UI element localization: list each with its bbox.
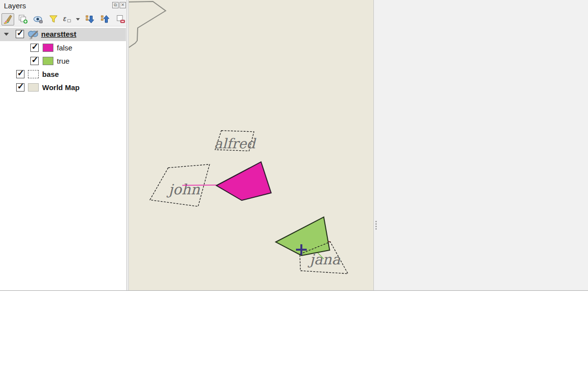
- expand-all-icon: [85, 14, 95, 24]
- remove-layer-button[interactable]: [114, 13, 127, 25]
- svg-text:ε: ε: [63, 15, 67, 23]
- splitter-handle-dots: [375, 221, 377, 231]
- layer-checkbox-nearsttest[interactable]: [16, 30, 24, 38]
- category-swatch-false: [43, 44, 53, 52]
- category-checkbox-false[interactable]: [30, 44, 39, 52]
- map-features: alfred john jana: [129, 0, 373, 290]
- undock-icon[interactable]: ⧉: [112, 2, 119, 8]
- toolbar-separator: [0, 26, 126, 26]
- feature-label-jana: jana: [307, 251, 341, 268]
- window-bottom-border: [0, 290, 588, 291]
- collapse-all-button[interactable]: [99, 13, 112, 25]
- category-row-true[interactable]: true: [0, 55, 126, 68]
- feature-polygon-false: [217, 162, 271, 201]
- nearest-connector-line-magenta: [182, 185, 217, 186]
- add-group-icon: [18, 14, 28, 24]
- filter-legend-button[interactable]: [47, 13, 60, 25]
- styling-brush-icon: [3, 14, 13, 24]
- layer-label-nearsttest[interactable]: nearsttest: [41, 30, 76, 38]
- layers-panel-title: Layers: [4, 1, 26, 10]
- layer-checkbox-base[interactable]: [16, 70, 24, 78]
- layers-toolbar: ε: [1, 13, 127, 25]
- expand-all-button[interactable]: [84, 13, 97, 25]
- layer-checkbox-world-map[interactable]: [16, 83, 24, 92]
- expression-epsilon-icon: ε: [62, 14, 72, 24]
- manage-map-themes-button[interactable]: [32, 13, 45, 25]
- close-icon[interactable]: ✕: [120, 2, 126, 8]
- category-checkbox-true[interactable]: [30, 57, 39, 65]
- qgis-window: Layers ⧉ ✕: [0, 0, 588, 375]
- layer-row-base[interactable]: base: [0, 68, 126, 81]
- remove-layer-icon: [116, 14, 125, 24]
- collapse-all-icon: [100, 14, 110, 24]
- layer-swatch-base: [28, 70, 39, 78]
- eye-icon: [33, 14, 43, 24]
- layer-swatch-world-map: [28, 83, 39, 92]
- layer-label-base[interactable]: base: [42, 70, 59, 78]
- feature-label-alfred: alfred: [214, 136, 257, 152]
- add-group-button[interactable]: [17, 13, 29, 25]
- coastline-path: [129, 1, 166, 47]
- category-label-false[interactable]: false: [57, 44, 73, 52]
- category-swatch-true: [43, 57, 53, 65]
- layer-row-world-map[interactable]: World Map: [0, 81, 126, 94]
- category-label-true[interactable]: true: [57, 57, 70, 65]
- funnel-icon: [49, 14, 58, 24]
- layers-panel: Layers ⧉ ✕: [0, 0, 126, 290]
- expander-icon[interactable]: [4, 33, 9, 36]
- layer-label-world-map[interactable]: World Map: [42, 83, 79, 92]
- feature-label-john: john: [166, 181, 200, 198]
- styled-layer-icon: [27, 29, 39, 40]
- layer-styling-panel: Layer Styling nearsttest Categorized: [379, 0, 588, 290]
- layer-row-nearsttest[interactable]: nearsttest: [0, 28, 126, 41]
- filter-legend-by-expression-button[interactable]: ε: [62, 13, 72, 25]
- expression-filter-dropdown[interactable]: [74, 13, 81, 25]
- category-row-false[interactable]: false: [0, 42, 126, 55]
- canvas-panel-splitter[interactable]: [373, 0, 379, 290]
- map-canvas[interactable]: alfred john jana: [129, 0, 373, 290]
- open-layer-styling-panel-button[interactable]: [1, 13, 14, 25]
